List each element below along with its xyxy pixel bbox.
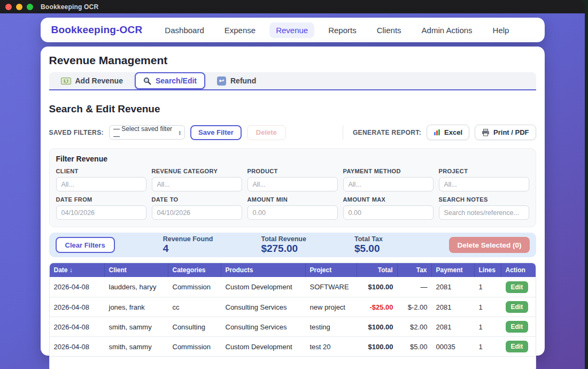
- nav-item[interactable]: Admin Actions: [415, 22, 479, 38]
- cell-lines: 1: [475, 283, 501, 291]
- nav-item[interactable]: Revenue: [269, 22, 314, 38]
- filter-field-label: PAYMENT METHOD: [343, 168, 434, 174]
- clear-filters-button[interactable]: Clear Filters: [56, 237, 115, 253]
- print-pdf-button-label: Print / PDF: [493, 128, 529, 136]
- filter-panel-title: Filter Revenue: [56, 155, 529, 163]
- filter-field: AMOUNT MIN 0.00: [247, 196, 338, 220]
- cell-payment: 00035: [432, 343, 475, 351]
- filter-field-input[interactable]: 0.00: [343, 205, 434, 220]
- zoom-window-icon[interactable]: [27, 4, 33, 10]
- cell-category: cc: [168, 303, 221, 311]
- tab-search-edit[interactable]: Search/Edit: [135, 72, 205, 89]
- cell-product: Custom Development: [221, 343, 306, 351]
- saved-filter-select[interactable]: — Select saved filter — ▴▾: [109, 125, 185, 140]
- table-row[interactable]: 2026-04-08 laudders, haryy Commission Cu…: [50, 277, 536, 297]
- filter-field-input[interactable]: All...: [343, 177, 434, 191]
- money-icon: $: [61, 78, 71, 84]
- table-column-header[interactable]: Total: [357, 263, 398, 277]
- nav-item[interactable]: Dashboard: [158, 22, 210, 38]
- table-column-header[interactable]: Lines: [475, 263, 501, 277]
- cell-action: Edit: [501, 281, 536, 293]
- filter-field-input[interactable]: All...: [56, 177, 146, 191]
- filter-field-input[interactable]: Search notes/reference...: [439, 205, 529, 220]
- print-pdf-button[interactable]: Print / PDF: [475, 125, 536, 140]
- table-row[interactable]: 2026-04-08 smith, sammy Consulting Consu…: [50, 317, 536, 336]
- cell-project: SOFTWARE: [306, 283, 357, 291]
- cell-lines: 1: [475, 303, 501, 311]
- table-column-header[interactable]: Action: [501, 263, 536, 277]
- table-column-header[interactable]: Products: [221, 263, 306, 277]
- filter-field: PROJECT All...: [439, 168, 529, 191]
- filter-field: AMOUNT MAX 0.00: [343, 196, 434, 220]
- delete-filter-button[interactable]: Delete: [247, 125, 286, 140]
- delete-selected-button[interactable]: Delete Selected (0): [449, 237, 529, 253]
- cell-client: laudders, haryy: [105, 283, 168, 291]
- cell-total: -$25.00: [357, 303, 398, 311]
- cell-category: Commission: [168, 343, 221, 351]
- filter-field: DATE FROM 04/10/2026: [56, 196, 146, 220]
- filter-field-input[interactable]: All...: [247, 177, 338, 191]
- tab-search-edit-label: Search/Edit: [156, 76, 197, 85]
- cell-client: smith, sammy: [105, 323, 168, 331]
- table-column-header[interactable]: Client: [105, 263, 168, 277]
- cell-category: Consulting: [168, 323, 221, 331]
- filter-field-input[interactable]: 04/10/2026: [152, 205, 242, 220]
- cell-date: 2026-04-08: [50, 343, 105, 351]
- excel-button-label: Excel: [444, 128, 462, 136]
- table-row[interactable]: 2026-04-08 smith, sammy Commission Custo…: [50, 336, 536, 356]
- table-column-header[interactable]: Payment: [432, 263, 475, 277]
- cell-payment: 2081: [432, 323, 475, 331]
- cell-action: Edit: [501, 321, 536, 333]
- filter-field: SEARCH NOTES Search notes/reference...: [439, 196, 529, 220]
- filter-field-input[interactable]: 04/10/2026: [56, 205, 146, 220]
- nav-item[interactable]: Help: [486, 22, 516, 38]
- close-window-icon[interactable]: [5, 4, 12, 10]
- total-revenue-label: Total Revenue: [261, 235, 306, 243]
- filter-field-input[interactable]: All...: [439, 177, 529, 191]
- filter-panel: Filter Revenue CLIENT All... REVENUE CAT…: [49, 148, 536, 227]
- refund-icon: ↩: [217, 76, 226, 86]
- edit-button[interactable]: Edit: [506, 341, 529, 352]
- edit-button[interactable]: Edit: [506, 321, 529, 333]
- cell-action: Edit: [501, 341, 536, 352]
- table-column-header[interactable]: Categories: [168, 263, 221, 277]
- nav-item[interactable]: Expense: [218, 22, 262, 38]
- tab-add-revenue[interactable]: $ Add Revenue: [52, 72, 131, 89]
- cell-tax: $-2.00: [398, 303, 432, 311]
- page-title: Revenue Management: [49, 54, 536, 67]
- excel-button[interactable]: Excel: [427, 125, 469, 140]
- brand-logo[interactable]: Bookkeeping-OCR: [51, 24, 143, 36]
- filter-field: CLIENT All...: [56, 168, 146, 191]
- edit-button[interactable]: Edit: [506, 281, 529, 293]
- total-tax-value: $5.00: [354, 243, 383, 255]
- filter-field-input[interactable]: All...: [152, 177, 242, 191]
- cell-product: Consulting Services: [221, 303, 306, 311]
- table-column-header[interactable]: Tax: [398, 263, 432, 277]
- table-column-header[interactable]: Date ↓: [50, 263, 105, 277]
- filter-field-label: DATE TO: [152, 196, 242, 203]
- cell-product: Consulting Services: [221, 323, 306, 331]
- edit-button[interactable]: Edit: [506, 301, 529, 313]
- filter-field-label: DATE FROM: [56, 196, 146, 203]
- filter-field: REVENUE CATEGORY All...: [152, 168, 242, 191]
- cell-payment: 2081: [432, 303, 475, 311]
- tab-add-revenue-label: Add Revenue: [75, 76, 123, 85]
- cell-project: testing: [306, 323, 357, 331]
- saved-filter-select-value: — Select saved filter —: [113, 125, 179, 140]
- cell-date: 2026-04-08: [50, 323, 105, 331]
- cell-tax: $5.00: [398, 343, 432, 351]
- filter-field: DATE TO 04/10/2026: [152, 196, 242, 220]
- table-column-header[interactable]: Project: [306, 263, 357, 277]
- cell-client: smith, sammy: [105, 343, 168, 351]
- nav-item[interactable]: Reports: [322, 22, 363, 38]
- cell-date: 2026-04-08: [50, 283, 105, 291]
- table-row[interactable]: 2026-04-08 jones, frank cc Consulting Se…: [50, 297, 536, 317]
- filter-field-input[interactable]: 0.00: [247, 205, 338, 220]
- filter-field: PRODUCT All...: [247, 168, 338, 191]
- top-navbar: Bookkeeping-OCR DashboardExpenseRevenueR…: [41, 18, 545, 42]
- saved-filters-label: SAVED FILTERS:: [49, 129, 104, 136]
- tab-refund[interactable]: ↩ Refund: [208, 72, 265, 90]
- minimize-window-icon[interactable]: [16, 4, 22, 10]
- save-filter-button[interactable]: Save Filter: [190, 125, 242, 140]
- nav-item[interactable]: Clients: [370, 22, 408, 38]
